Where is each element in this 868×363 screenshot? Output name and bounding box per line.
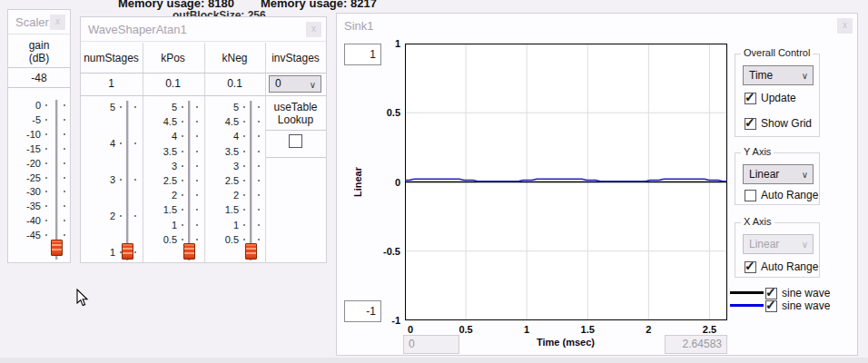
slider-tick-mark xyxy=(258,106,260,108)
scaler-panel: Scaler1 x gain (dB) -48 0-5-10-15-20-25-… xyxy=(7,9,71,263)
slider-handle[interactable] xyxy=(183,243,195,260)
x-min-input[interactable]: 0 xyxy=(403,335,459,354)
scaler-param-name: gain xyxy=(8,39,70,52)
y-auto-range-checkbox[interactable] xyxy=(745,190,756,201)
domain-selected-value: Time xyxy=(749,69,773,82)
slider-tick-label: -30 xyxy=(8,186,41,197)
slider-tick-label: -40 xyxy=(8,215,41,226)
slider-track[interactable] xyxy=(55,100,58,260)
plot-canvas[interactable] xyxy=(405,44,727,320)
slider-tick-label: 0.5 xyxy=(143,234,177,245)
slider-tick-label: 2 xyxy=(81,211,115,221)
y-tick-label: -0.5 xyxy=(371,246,400,257)
show-grid-checkbox[interactable] xyxy=(745,118,756,130)
y-auto-range-row[interactable]: Auto Range xyxy=(745,189,818,201)
y-scale-selected-value: Linear xyxy=(749,168,779,181)
x-auto-range-label: Auto Range xyxy=(761,260,818,273)
slider-tick-mark xyxy=(134,142,136,144)
slider-tick-label: 1 xyxy=(81,247,115,258)
invstages-header: invStages xyxy=(265,52,326,64)
y-scale-select[interactable]: Linear ∨ xyxy=(743,164,814,184)
slider-tick-label: 4.5 xyxy=(204,116,239,127)
chevron-down-icon: ∨ xyxy=(802,166,808,184)
slider-tick-mark xyxy=(196,151,198,152)
usetable-checkbox[interactable] xyxy=(289,134,302,148)
legend-item[interactable]: sine wave xyxy=(765,299,830,312)
legend-line-sample xyxy=(730,304,764,307)
slider-tick-mark xyxy=(182,180,183,182)
slider-tick-mark xyxy=(258,239,260,240)
slider-tick-mark xyxy=(196,165,198,167)
slider-tick-mark xyxy=(243,224,245,226)
slider-tick-mark xyxy=(45,220,47,221)
usetable-label-2: Lookup xyxy=(265,113,326,126)
legend-checkbox[interactable] xyxy=(765,300,777,312)
show-grid-label: Show Grid xyxy=(761,117,812,130)
slider-tick-label: -5 xyxy=(8,114,41,125)
slider-tick-mark xyxy=(243,194,245,196)
slider-track[interactable] xyxy=(126,101,129,260)
panel-close-icon[interactable]: x xyxy=(837,18,853,34)
x-max-input[interactable]: 2.64583 xyxy=(665,335,727,354)
slider-tick-mark xyxy=(45,177,47,179)
slider-tick-mark xyxy=(258,209,260,211)
slider-tick-mark xyxy=(196,135,198,137)
y-tick-label: 0.5 xyxy=(371,107,400,118)
x-auto-range-row[interactable]: Auto Range xyxy=(745,260,818,273)
chevron-down-icon: ∨ xyxy=(310,77,316,93)
slider-tick-mark xyxy=(64,148,65,150)
x-axis-title: Time (msec) xyxy=(537,337,595,348)
update-checkbox[interactable] xyxy=(745,93,756,104)
scaler-value: -48 xyxy=(8,72,70,84)
slider-handle[interactable] xyxy=(245,243,257,260)
slider-tick-mark xyxy=(45,104,47,106)
sink-panel: Sink1 x 1 -1 Linear 10.50-0.5-100.511.52… xyxy=(336,13,858,356)
slider-tick-mark xyxy=(45,119,47,121)
chevron-down-icon: ∨ xyxy=(802,236,808,254)
ws-column-header: kNeg xyxy=(204,52,265,64)
slider-tick-mark xyxy=(134,215,136,217)
y-tick-label: 0 xyxy=(371,177,400,188)
window-bottom-edge xyxy=(0,358,868,363)
domain-select[interactable]: Time ∨ xyxy=(743,65,814,85)
slider-tick-mark xyxy=(258,151,260,152)
app-window: Memory usage: 8180 Memory usage: 8217 ou… xyxy=(0,0,868,363)
slider-tick-mark xyxy=(196,180,198,182)
slider-tick-label: -20 xyxy=(8,158,41,169)
slider-tick-mark xyxy=(64,119,65,121)
slider-tick-mark xyxy=(243,209,245,211)
ws-column-value: 1 xyxy=(81,77,142,90)
slider-handle[interactable] xyxy=(122,243,133,260)
update-label: Update xyxy=(761,92,796,104)
waveshaper-panel: WaveShaperAtan1 x numStages154321kPos0.1… xyxy=(80,16,327,263)
plot-area[interactable] xyxy=(405,44,727,320)
slider-tick-mark xyxy=(196,224,198,226)
show-grid-checkbox-row[interactable]: Show Grid xyxy=(745,117,812,130)
slider-tick-label: 2.5 xyxy=(143,175,177,186)
update-checkbox-row[interactable]: Update xyxy=(745,92,796,104)
slider-track[interactable] xyxy=(250,101,252,260)
slider-tick-mark xyxy=(182,209,183,211)
x-scale-select: Linear ∨ xyxy=(743,234,814,254)
slider-track[interactable] xyxy=(188,101,191,260)
slider-tick-mark xyxy=(243,239,245,240)
slider-tick-mark xyxy=(64,205,65,207)
slider-tick-mark xyxy=(196,194,198,196)
invstages-select[interactable]: 0 ∨ xyxy=(269,75,321,93)
x-tick-label: 0.5 xyxy=(459,324,472,335)
slider-handle[interactable] xyxy=(51,240,63,256)
x-tick-label: 0 xyxy=(408,324,413,335)
panel-close-icon[interactable]: x xyxy=(50,15,65,30)
slider-tick-label: 4.5 xyxy=(143,116,177,127)
slider-tick-label: -10 xyxy=(8,129,41,140)
slider-tick-label: 2 xyxy=(204,190,239,201)
ws-column-header: numStages xyxy=(81,52,142,64)
slider-tick-label: -35 xyxy=(8,201,41,211)
slider-tick-mark xyxy=(243,121,245,123)
x-auto-range-checkbox[interactable] xyxy=(745,261,756,273)
slider-tick-label: -25 xyxy=(8,172,41,183)
slider-tick-mark xyxy=(243,165,245,167)
y-axis-title: Linear xyxy=(351,44,364,320)
slider-tick-mark xyxy=(120,179,122,181)
slider-tick-mark xyxy=(64,191,65,192)
